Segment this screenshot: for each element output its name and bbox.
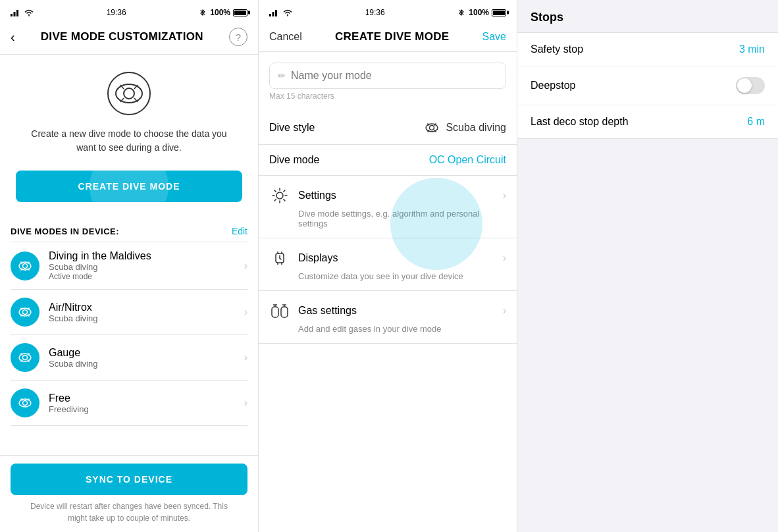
mode-text-airnitrox: Air/Nitrox Scuba diving [49,302,244,323]
save-button[interactable]: Save [482,31,506,43]
deepstop-toggle[interactable] [736,77,765,94]
mode-subtitle-gauge: Scuba diving [49,359,244,369]
svg-rect-2 [16,10,18,16]
dive-mode-row[interactable]: Dive mode OC Open Circuit [259,145,517,176]
settings-chevron-icon: › [503,190,506,201]
panel-stops: Stops Safety stop 3 min Deepstop Last de… [517,0,778,532]
svg-point-23 [23,356,28,360]
panel2-header: Cancel CREATE DIVE MODE Save [259,22,517,52]
page-title: DIVE MODE CUSTOMIZATION [41,30,203,43]
pencil-icon: ✏ [278,70,286,81]
wifi-icon [24,9,34,16]
mode-item-gauge[interactable]: Gauge Scuba diving › [0,335,258,380]
dive-style-row[interactable]: Dive style Scuba diving [259,111,517,145]
scuba-icon-3 [16,349,34,366]
sync-note: Device will restart after changes have b… [11,495,247,527]
dive-modes-section-header: DIVE MODES IN DEVICE: Edit [0,221,258,242]
signal-icons-2 [269,9,293,16]
svg-point-4 [116,84,142,103]
name-input-wrapper: ✏ [269,63,506,89]
mode-icon-gauge [11,343,39,372]
panel-dive-mode-customization: 19:36 100% ‹ DIVE MODE CUSTOMIZATION ? C… [0,0,259,532]
max-chars-label: Max 15 characters [269,89,506,106]
help-icon: ? [236,32,241,43]
mode-name-airnitrox: Air/Nitrox [49,302,244,313]
mode-active-maldives: Active mode [49,272,244,281]
mode-text-gauge: Gauge Scuba diving [49,347,244,369]
settings-row-left: Settings [269,185,336,206]
svg-rect-0 [11,14,13,16]
svg-rect-33 [272,12,274,16]
battery-icon-1 [233,9,247,16]
svg-rect-34 [275,10,277,16]
mode-name-maldives: Diving in the Maldives [49,250,244,262]
mode-text-free: Free Freediving [49,392,244,414]
panel-create-dive-mode: 19:36 100% Cancel CREATE DIVE MODE Save … [259,0,517,532]
mode-subtitle-free: Freediving [49,404,244,414]
settings-row-top: Settings › [269,185,506,206]
safety-stop-value: 3 min [739,43,765,55]
cancel-button[interactable]: Cancel [269,31,302,43]
mode-item-airnitrox[interactable]: Air/Nitrox Scuba diving › [0,290,258,334]
scuba-style-icon [423,120,440,135]
gear-icon [271,186,289,205]
dive-mode-icon-container [0,55,258,127]
gas-settings-row[interactable]: Gas settings › Add and edit gases in you… [259,291,517,344]
last-deco-stop-value: 6 m [747,116,765,128]
svg-point-29 [23,401,28,406]
displays-row[interactable]: Displays › Customize data you see in you… [259,238,517,291]
section-title: DIVE MODES IN DEVICE: [11,226,119,236]
battery-pct-2: 100% [469,8,489,17]
last-deco-stop-row[interactable]: Last deco stop depth 6 m [517,105,778,138]
edit-button[interactable]: Edit [232,226,247,236]
dive-mode-icon [106,70,152,117]
create-dive-mode-button[interactable]: CREATE DIVE MODE [16,171,242,202]
displays-chevron-icon: › [503,252,506,264]
svg-point-41 [276,192,283,199]
gas-settings-row-left: Gas settings [269,300,357,321]
mode-icon-free [11,388,39,417]
mode-text-maldives: Diving in the Maldives Scuba diving Acti… [49,250,244,281]
stops-card: Safety stop 3 min Deepstop Last deco sto… [517,33,778,139]
toggle-knob [737,78,752,93]
battery-pct-1: 100% [210,8,230,17]
deepstop-row[interactable]: Deepstop [517,66,778,105]
mode-item-maldives[interactable]: Diving in the Maldives Scuba diving Acti… [0,242,258,289]
gas-icon-container [269,300,290,321]
mode-name-gauge: Gauge [49,347,244,359]
sync-section: SYNC TO DEVICE Device will restart after… [0,455,258,532]
time-display-2: 19:36 [365,8,385,17]
dive-mode-label: Dive mode [269,154,319,166]
mode-name-input[interactable] [291,70,498,82]
help-button[interactable]: ? [229,28,247,46]
safety-stop-label: Safety stop [531,43,583,55]
mode-item-free[interactable]: Free Freediving › [0,381,258,425]
mode-subtitle-maldives: Scuba diving [49,262,244,272]
sync-button[interactable]: SYNC TO DEVICE [11,464,247,495]
last-deco-stop-label: Last deco stop depth [531,116,629,128]
scuba-icon-1 [16,257,34,275]
settings-item-title: Settings [298,190,336,201]
svg-rect-1 [14,12,16,16]
gas-settings-item-title: Gas settings [298,305,357,317]
svg-point-11 [23,263,28,268]
safety-stop-row[interactable]: Safety stop 3 min [517,33,778,66]
mode-name-free: Free [49,392,244,404]
displays-row-left: Displays [269,248,338,269]
gas-chevron-icon: › [503,305,506,317]
svg-point-5 [124,88,134,99]
back-button[interactable]: ‹ [11,30,15,43]
create-dive-mode-title: CREATE DIVE MODE [335,30,450,43]
settings-row[interactable]: Settings › Dive mode settings, e.g. algo… [259,176,517,238]
svg-rect-50 [281,307,288,317]
bluetooth-icon-2 [457,9,466,16]
chevron-icon-gauge: › [244,352,247,363]
display-icon-container [269,248,290,269]
back-chevron-icon: ‹ [11,30,15,43]
panel1-header: ‹ DIVE MODE CUSTOMIZATION ? [0,22,258,55]
status-bar-2: 19:36 100% [259,0,517,22]
signal-icons [11,9,34,16]
time-display-1: 19:36 [107,8,126,17]
freediving-icon [16,394,34,412]
signal-icon [11,9,21,16]
